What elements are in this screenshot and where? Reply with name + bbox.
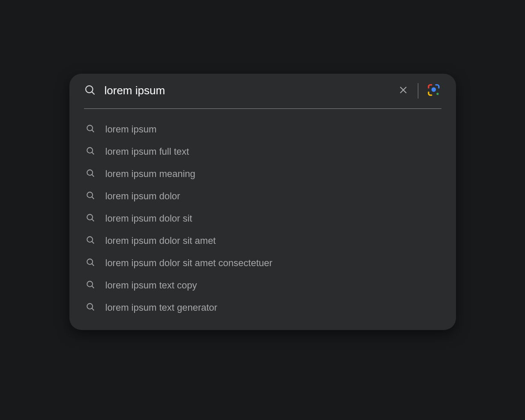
- svg-point-16: [87, 237, 93, 242]
- svg-line-7: [92, 130, 94, 132]
- search-icon: [86, 213, 95, 224]
- image-search-button[interactable]: [426, 82, 441, 99]
- suggestion-text: lorem ipsum dolor: [105, 191, 180, 202]
- svg-line-17: [92, 241, 94, 243]
- svg-line-11: [92, 174, 94, 177]
- divider: [418, 83, 418, 99]
- svg-line-15: [92, 219, 94, 221]
- search-controls: [396, 82, 441, 99]
- suggestion-item[interactable]: lorem ipsum meaning: [84, 163, 441, 185]
- svg-point-20: [87, 281, 93, 287]
- suggestion-text: lorem ipsum text copy: [105, 280, 197, 291]
- svg-line-13: [92, 197, 94, 199]
- suggestion-text: lorem ipsum full text: [105, 146, 189, 157]
- suggestion-text: lorem ipsum dolor sit amet: [105, 235, 216, 246]
- search-icon: [84, 84, 96, 98]
- suggestion-item[interactable]: lorem ipsum: [84, 118, 441, 141]
- suggestion-item[interactable]: lorem ipsum full text: [84, 141, 441, 163]
- clear-button[interactable]: [396, 83, 410, 98]
- svg-point-6: [87, 125, 93, 131]
- close-icon: [398, 85, 408, 96]
- svg-line-23: [92, 308, 94, 310]
- svg-point-10: [87, 170, 93, 175]
- search-icon: [86, 191, 95, 202]
- suggestion-item[interactable]: lorem ipsum dolor: [84, 185, 441, 207]
- svg-point-0: [86, 86, 93, 93]
- svg-line-9: [92, 152, 94, 154]
- search-icon: [86, 235, 95, 246]
- suggestion-item[interactable]: lorem ipsum dolor sit: [84, 207, 441, 230]
- search-icon: [86, 258, 95, 269]
- camera-lens-icon: [427, 83, 441, 98]
- search-icon: [86, 280, 95, 291]
- svg-point-8: [87, 147, 93, 153]
- svg-point-4: [431, 87, 435, 92]
- search-input[interactable]: [105, 84, 388, 97]
- svg-line-21: [92, 286, 94, 288]
- suggestion-text: lorem ipsum dolor sit: [105, 213, 192, 224]
- svg-point-5: [436, 93, 438, 95]
- search-icon: [86, 124, 95, 135]
- search-icon: [86, 146, 95, 157]
- suggestion-item[interactable]: lorem ipsum dolor sit amet consectetuer: [84, 252, 441, 274]
- search-panel: lorem ipsum lorem ipsum full text lorem …: [69, 74, 456, 330]
- svg-point-12: [87, 192, 93, 198]
- search-bar: [84, 82, 441, 109]
- suggestion-text: lorem ipsum text generator: [105, 302, 218, 313]
- suggestion-item[interactable]: lorem ipsum dolor sit amet: [84, 230, 441, 252]
- svg-line-19: [92, 264, 94, 266]
- svg-line-1: [92, 92, 94, 94]
- suggestions-list: lorem ipsum lorem ipsum full text lorem …: [84, 109, 441, 319]
- search-icon: [86, 302, 95, 313]
- suggestion-item[interactable]: lorem ipsum text generator: [84, 297, 441, 319]
- suggestion-text: lorem ipsum meaning: [105, 168, 195, 180]
- search-icon: [86, 168, 95, 180]
- suggestion-text: lorem ipsum: [105, 124, 157, 135]
- svg-point-22: [87, 303, 93, 309]
- svg-point-14: [87, 214, 93, 220]
- suggestion-item[interactable]: lorem ipsum text copy: [84, 274, 441, 297]
- suggestion-text: lorem ipsum dolor sit amet consectetuer: [105, 258, 273, 269]
- svg-point-18: [87, 259, 93, 264]
